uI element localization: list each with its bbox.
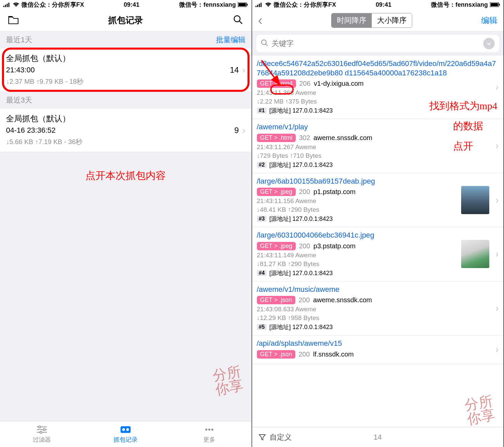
svg-point-28: [262, 40, 266, 45]
bottom-bar: 自定义 14: [252, 427, 504, 447]
request-url: /large/6ab100155ba69157deab.jpeg: [257, 177, 499, 186]
custom-filter-button[interactable]: 自定义: [258, 432, 292, 442]
svg-rect-2: [7, 4, 8, 7]
request-row[interactable]: /large/6ab100155ba69157deab.jpegGET > .j…: [252, 173, 504, 228]
host: lf.snssdk.com: [313, 350, 354, 358]
capture-row[interactable]: 全局抓包（默认） 21:43:00 ↓2.37 MB ↑9.79 KB - 18…: [0, 48, 251, 92]
tab-records[interactable]: 抓包记录: [84, 421, 167, 447]
tab-filter[interactable]: 过滤器: [0, 421, 84, 447]
search-input[interactable]: [272, 39, 480, 48]
svg-point-14: [40, 431, 42, 433]
host: p1.pstatp.com: [313, 188, 356, 196]
left-screen: 微信公众：分你所享FX 09:41 微信号：fennsxiang 抓包记录 最近…: [0, 0, 252, 447]
svg-point-10: [39, 426, 41, 428]
svg-rect-26: [491, 3, 498, 6]
section-label: 最近1天: [6, 35, 32, 45]
tab-bar: 过滤器 抓包记录 更多: [0, 421, 251, 447]
status-left-text: 微信公众：分你所享FX: [21, 1, 84, 9]
status-code: 200: [299, 296, 310, 304]
chevron-right-icon: ›: [242, 65, 245, 75]
method-badge: GET > .html: [257, 134, 296, 142]
status-time: 09:41: [124, 1, 139, 8]
svg-rect-23: [259, 4, 260, 7]
page-title: 抓包记录: [108, 14, 143, 26]
status-bar: 微信公众：分你所享FX 09:41 微信号：fennsxiang: [0, 0, 251, 9]
tab-label: 抓包记录: [114, 436, 138, 444]
tab-more[interactable]: 更多: [167, 421, 251, 447]
wifi-icon: [13, 2, 19, 7]
thumbnail: [461, 186, 489, 214]
request-source: #5[源地址] 127.0.0.1:8423: [257, 323, 499, 331]
row-title: 全局抓包（默认）: [6, 113, 245, 124]
bottom-count: 14: [374, 433, 382, 442]
section-header-recent3: 最近3天: [0, 92, 251, 109]
annotation-text: 点开本次抓包内容: [85, 169, 166, 183]
watermark: 分所你享: [205, 357, 251, 404]
method-badge: GET > .json: [257, 350, 295, 359]
svg-point-12: [43, 429, 45, 431]
request-url: /aweme/v1/music/aweme: [257, 285, 499, 294]
signal-icon: [256, 2, 263, 7]
seg-time-desc[interactable]: 时间降序: [332, 13, 372, 27]
svg-line-8: [239, 21, 242, 24]
request-row[interactable]: /aweme/v1/music/awemeGET > .json200aweme…: [252, 281, 504, 336]
folder-icon[interactable]: [7, 14, 19, 27]
wifi-icon: [265, 2, 272, 7]
row-time: 04-16 23:36:52: [6, 126, 245, 135]
svg-rect-3: [8, 3, 9, 7]
request-row[interactable]: /large/60310004066ebc36941c.jpegGET > .j…: [252, 227, 504, 281]
svg-rect-22: [257, 5, 258, 7]
request-row[interactable]: /api/ad/splash/aweme/v15GET > .json200lf…: [252, 335, 504, 364]
svg-point-18: [205, 429, 207, 431]
back-button[interactable]: ‹: [258, 13, 263, 28]
search-box[interactable]: [256, 35, 500, 52]
request-url: /d8ece6c546742a52c63016edf04e5d65/5ad607…: [257, 59, 499, 77]
chevron-right-icon: ›: [496, 82, 499, 92]
search-wrap: [252, 31, 504, 56]
battery-icon: [238, 2, 248, 7]
row-stats: ↓5.66 KB ↑7.19 KB - 36秒: [6, 137, 245, 146]
status-time: 09:41: [376, 1, 391, 8]
host: aweme.snssdk.com: [313, 296, 372, 304]
chevron-right-icon: ›: [496, 303, 499, 314]
row-count: 14: [230, 65, 239, 75]
svg-rect-6: [247, 4, 248, 6]
svg-rect-21: [256, 6, 257, 7]
method-badge: GET > .jpeg: [257, 242, 296, 250]
dropdown-icon[interactable]: [483, 38, 495, 49]
annotation-text: 的数据: [453, 119, 483, 133]
status-right-text: 微信号：fennsxiang: [431, 1, 488, 9]
svg-rect-0: [3, 6, 4, 7]
method-badge: GET > .jpeg: [257, 188, 296, 196]
chevron-right-icon: ›: [496, 344, 499, 355]
status-code: 200: [299, 188, 310, 196]
request-source: #3[源地址] 127.0.0.1:8423: [257, 215, 499, 223]
battery-icon: [490, 2, 500, 7]
sort-segment: 时间降序 大小降序: [331, 13, 412, 28]
request-source: #2[源地址] 127.0.0.1:8423: [257, 161, 499, 169]
seg-size-desc[interactable]: 大小降序: [372, 13, 412, 27]
nav-bar: ‹ 时间降序 大小降序 编辑: [252, 9, 504, 31]
search-icon[interactable]: [232, 14, 244, 27]
request-time: 21:43:08.633 Aweme: [257, 306, 499, 313]
request-url: /large/60310004066ebc36941c.jpeg: [257, 231, 499, 240]
section-header-recent1: 最近1天 批量编辑: [0, 31, 251, 48]
annotation-text: 找到格式为mp4: [429, 99, 497, 113]
svg-point-20: [211, 429, 213, 431]
svg-rect-1: [5, 5, 6, 7]
row-count: 9: [234, 126, 239, 135]
row-stats: ↓2.37 MB ↑9.79 KB - 18秒: [6, 77, 245, 86]
svg-rect-27: [499, 4, 500, 6]
right-screen: 微信公众：分你所享FX 09:41 微信号：fennsxiang ‹ 时间降序 …: [252, 0, 504, 447]
batch-edit-button[interactable]: 批量编辑: [216, 35, 245, 45]
request-source: #4[源地址] 127.0.0.1:8423: [257, 269, 499, 277]
tab-label: 过滤器: [33, 436, 51, 444]
chevron-right-icon: ›: [496, 140, 499, 151]
filter-label: 自定义: [270, 432, 292, 442]
chevron-right-icon: ›: [496, 249, 499, 259]
status-code: 302: [299, 134, 310, 142]
status-code: 200: [299, 350, 310, 358]
status-bar: 微信公众：分你所享FX 09:41 微信号：fennsxiang: [252, 0, 504, 9]
edit-button[interactable]: 编辑: [481, 15, 497, 26]
capture-row[interactable]: 全局抓包（默认） 04-16 23:36:52 ↓5.66 KB ↑7.19 K…: [0, 109, 251, 152]
